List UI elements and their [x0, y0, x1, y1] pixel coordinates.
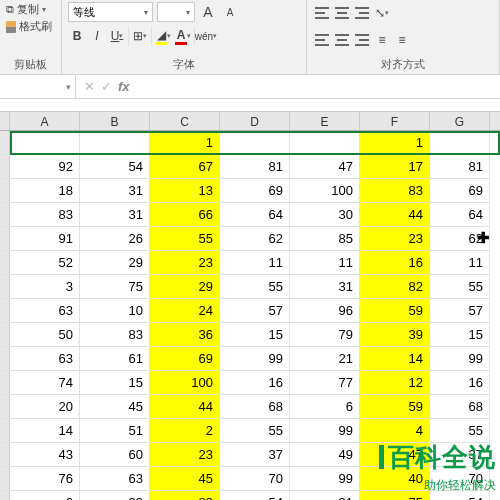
cell[interactable]: 83: [10, 203, 80, 227]
cell[interactable]: 61: [80, 347, 150, 371]
cell[interactable]: 55: [430, 275, 490, 299]
align-middle-button[interactable]: [333, 4, 351, 22]
align-bottom-button[interactable]: [353, 4, 371, 22]
col-header[interactable]: E: [290, 112, 360, 130]
align-center-button[interactable]: [333, 31, 351, 49]
cell[interactable]: 3: [10, 275, 80, 299]
cell[interactable]: 29: [150, 275, 220, 299]
cell[interactable]: 11: [290, 251, 360, 275]
cell[interactable]: 76: [10, 467, 80, 491]
row-header[interactable]: [0, 395, 10, 419]
cell[interactable]: 57: [430, 299, 490, 323]
indent-dec-button[interactable]: ≡: [373, 31, 391, 49]
row-header[interactable]: [0, 443, 10, 467]
cell[interactable]: [290, 131, 360, 155]
name-box[interactable]: ▾: [0, 75, 76, 98]
cell[interactable]: 51: [80, 419, 150, 443]
cell[interactable]: 15: [220, 323, 290, 347]
cell[interactable]: 85: [290, 227, 360, 251]
col-header[interactable]: B: [80, 112, 150, 130]
cell[interactable]: 63: [80, 467, 150, 491]
row-header[interactable]: [0, 227, 10, 251]
cell[interactable]: 23: [360, 227, 430, 251]
cell[interactable]: 39: [360, 323, 430, 347]
cell[interactable]: 13: [150, 179, 220, 203]
cell[interactable]: 59: [360, 395, 430, 419]
cell[interactable]: 64: [430, 203, 490, 227]
cell[interactable]: 31: [80, 179, 150, 203]
cell[interactable]: 68: [430, 395, 490, 419]
cell[interactable]: 15: [80, 371, 150, 395]
cell[interactable]: 100: [150, 371, 220, 395]
row-header[interactable]: [0, 131, 10, 155]
cell[interactable]: 16: [220, 371, 290, 395]
cell[interactable]: 44: [360, 203, 430, 227]
align-top-button[interactable]: [313, 4, 331, 22]
grow-font-button[interactable]: A: [199, 3, 217, 21]
cell[interactable]: 21: [290, 347, 360, 371]
cell[interactable]: 17: [360, 155, 430, 179]
cell[interactable]: 62: [430, 227, 490, 251]
cell[interactable]: 99: [220, 347, 290, 371]
cell[interactable]: [220, 131, 290, 155]
cell[interactable]: 63: [10, 347, 80, 371]
col-header[interactable]: G: [430, 112, 490, 130]
cell[interactable]: 75: [80, 275, 150, 299]
cell[interactable]: 79: [290, 323, 360, 347]
cell[interactable]: 57: [220, 299, 290, 323]
row-header[interactable]: [0, 323, 10, 347]
cell[interactable]: 2: [150, 419, 220, 443]
font-color-button[interactable]: A▾: [174, 27, 192, 45]
cell[interactable]: 33: [80, 491, 150, 500]
formula-input[interactable]: [138, 75, 500, 98]
col-header[interactable]: F: [360, 112, 430, 130]
cell[interactable]: 54: [80, 155, 150, 179]
italic-button[interactable]: I: [88, 27, 106, 45]
cell[interactable]: 16: [360, 251, 430, 275]
row-header[interactable]: [0, 179, 10, 203]
row-header[interactable]: [0, 155, 10, 179]
cell[interactable]: 89: [150, 491, 220, 500]
confirm-button[interactable]: ✓: [101, 79, 112, 94]
cell[interactable]: 31: [290, 275, 360, 299]
row-header[interactable]: [0, 251, 10, 275]
cell[interactable]: 83: [360, 179, 430, 203]
cell[interactable]: 96: [290, 299, 360, 323]
cell[interactable]: 20: [10, 395, 80, 419]
row-header[interactable]: [0, 419, 10, 443]
row-header[interactable]: [0, 347, 10, 371]
cell[interactable]: 11: [430, 251, 490, 275]
align-left-button[interactable]: [313, 31, 331, 49]
format-painter-button[interactable]: 格式刷: [6, 19, 52, 34]
cell[interactable]: 55: [220, 419, 290, 443]
cell[interactable]: 68: [220, 395, 290, 419]
cell[interactable]: 23: [150, 443, 220, 467]
cell[interactable]: 37: [220, 443, 290, 467]
cell[interactable]: 24: [150, 299, 220, 323]
cell[interactable]: 29: [80, 251, 150, 275]
bold-button[interactable]: B: [68, 27, 86, 45]
cell[interactable]: 92: [10, 155, 80, 179]
cell[interactable]: 81: [220, 155, 290, 179]
cell[interactable]: 55: [150, 227, 220, 251]
cell[interactable]: 99: [290, 467, 360, 491]
cell[interactable]: 18: [10, 179, 80, 203]
cell[interactable]: 45: [150, 467, 220, 491]
fx-button[interactable]: fx: [118, 79, 130, 94]
cell[interactable]: 45: [80, 395, 150, 419]
cell[interactable]: 60: [80, 443, 150, 467]
cell[interactable]: 30: [290, 203, 360, 227]
col-header[interactable]: A: [10, 112, 80, 130]
cell[interactable]: 99: [290, 419, 360, 443]
cell[interactable]: 49: [290, 443, 360, 467]
cell[interactable]: 31: [80, 203, 150, 227]
cell[interactable]: 47: [290, 155, 360, 179]
cell[interactable]: 91: [10, 227, 80, 251]
cell[interactable]: 6: [290, 395, 360, 419]
cell[interactable]: 43: [10, 443, 80, 467]
cell[interactable]: 12: [360, 371, 430, 395]
row-header[interactable]: [0, 275, 10, 299]
cell[interactable]: 59: [360, 299, 430, 323]
cell[interactable]: 62: [220, 227, 290, 251]
font-name-select[interactable]: 等线▾: [68, 2, 153, 22]
